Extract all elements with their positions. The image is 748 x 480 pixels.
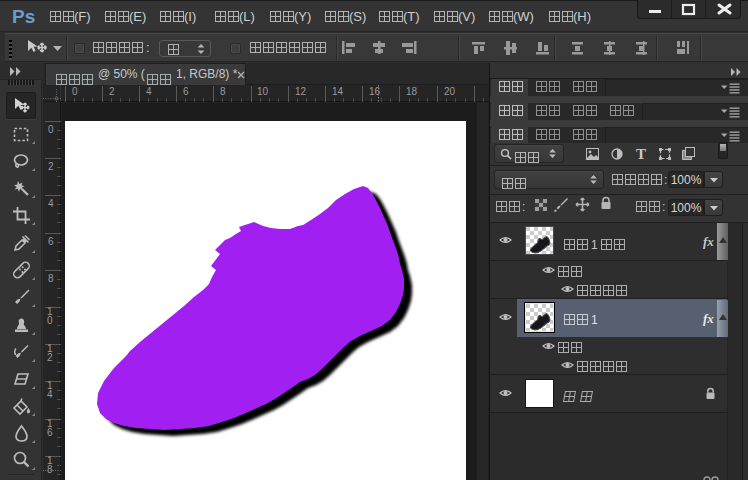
svg-text:10: 10 xyxy=(257,86,269,97)
svg-text:8: 8 xyxy=(47,464,53,475)
svg-text:8: 8 xyxy=(48,273,54,284)
svg-text:4: 4 xyxy=(146,86,152,97)
svg-text:6: 6 xyxy=(47,427,53,438)
svg-text:4: 4 xyxy=(48,198,54,209)
svg-text:2: 2 xyxy=(47,352,53,363)
svg-text:14: 14 xyxy=(332,86,344,97)
svg-text:4: 4 xyxy=(47,389,53,400)
svg-text:0: 0 xyxy=(72,86,78,97)
svg-text:0: 0 xyxy=(47,315,53,326)
svg-text:18: 18 xyxy=(406,86,418,97)
svg-text:6: 6 xyxy=(48,236,54,247)
svg-text:6: 6 xyxy=(183,86,189,97)
svg-text:2: 2 xyxy=(109,86,115,97)
svg-text:0: 0 xyxy=(48,124,54,135)
svg-text:12: 12 xyxy=(295,86,307,97)
svg-text:20: 20 xyxy=(444,86,456,97)
svg-text:8: 8 xyxy=(220,86,226,97)
svg-text:2: 2 xyxy=(48,161,54,172)
